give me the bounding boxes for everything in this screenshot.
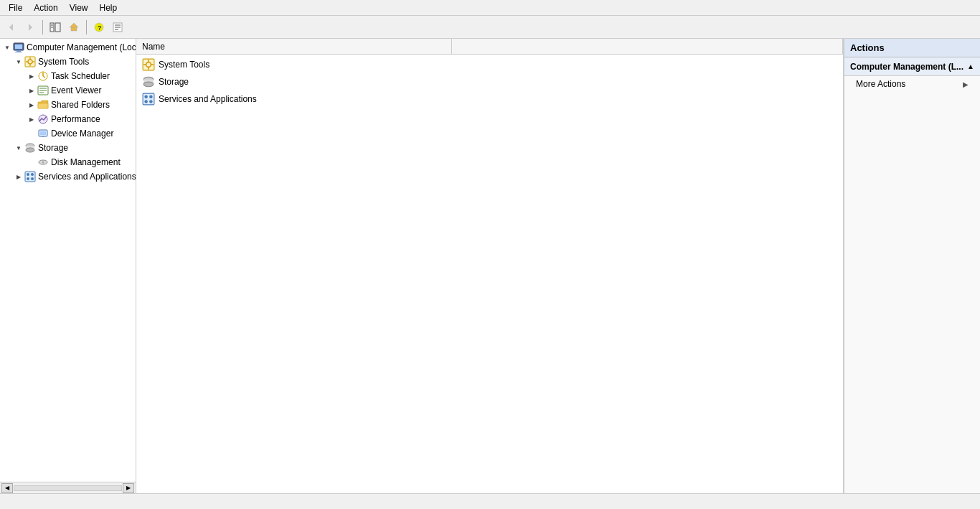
- svg-point-44: [31, 173, 34, 176]
- svg-point-58: [149, 95, 153, 98]
- list-item-services-label: Services and Applications: [159, 94, 257, 104]
- tree-expander-services[interactable]: [13, 171, 24, 182]
- properties-button[interactable]: [109, 19, 126, 36]
- col-header-name[interactable]: Name: [136, 39, 452, 54]
- tree-expander-system-tools[interactable]: [13, 56, 24, 67]
- menu-view[interactable]: View: [64, 1, 94, 14]
- svg-rect-3: [55, 23, 60, 32]
- showhide-icon: [50, 22, 61, 32]
- svg-rect-56: [143, 93, 154, 105]
- back-button[interactable]: [3, 19, 20, 36]
- menu-action[interactable]: Action: [28, 1, 63, 14]
- svg-rect-36: [42, 136, 44, 137]
- tree-storage[interactable]: Storage: [0, 141, 136, 155]
- up-icon: [69, 22, 79, 32]
- svg-rect-16: [15, 45, 22, 49]
- tree-expander-task-scheduler[interactable]: [26, 70, 37, 82]
- actions-section-title-label: Computer Management (L...: [850, 62, 963, 72]
- up-button[interactable]: [65, 19, 83, 36]
- right-panel-actions: Actions Computer Management (L... ▲ More…: [844, 39, 980, 493]
- tree-shared-folders-label: Shared Folders: [51, 100, 110, 110]
- shared-folders-icon: [37, 99, 49, 111]
- actions-panel-header: Actions: [844, 39, 980, 57]
- menu-file[interactable]: File: [3, 1, 28, 14]
- tree-system-tools-label: System Tools: [38, 57, 89, 67]
- forward-button[interactable]: [22, 19, 39, 36]
- storage-icon: [24, 142, 36, 154]
- svg-point-59: [144, 100, 148, 103]
- horizontal-scrollbar-track[interactable]: [14, 485, 122, 491]
- left-panel-tree: Computer Management (Local: [0, 39, 136, 493]
- list-item-storage[interactable]: Storage: [136, 73, 843, 90]
- list-services-icon: [142, 93, 155, 106]
- svg-marker-0: [9, 24, 13, 31]
- actions-section-computer-management[interactable]: Computer Management (L... ▲: [844, 57, 980, 76]
- performance-icon: [37, 113, 49, 125]
- tree-device-manager-label: Device Manager: [51, 129, 113, 139]
- tree-storage-label: Storage: [38, 143, 68, 153]
- svg-point-46: [31, 177, 34, 180]
- services-icon: [24, 171, 36, 182]
- main-content-list: System Tools Storage: [136, 55, 843, 493]
- tree-device-manager[interactable]: Device Manager: [0, 126, 136, 141]
- event-viewer-icon: [37, 85, 49, 96]
- tree-event-viewer[interactable]: Event Viewer: [0, 83, 136, 98]
- scroll-left-button[interactable]: ◀: [1, 483, 13, 493]
- svg-rect-6: [71, 27, 77, 31]
- tree-disk-management-label: Disk Management: [51, 157, 121, 167]
- tree-root-label: Computer Management (Local: [27, 42, 136, 52]
- list-item-system-tools[interactable]: System Tools: [136, 56, 843, 73]
- tree-services-label: Services and Applications: [38, 172, 136, 182]
- device-manager-icon: [37, 128, 49, 139]
- help-button[interactable]: ?: [90, 19, 108, 36]
- left-panel-scrollbar-area: ◀ ▶: [0, 482, 136, 493]
- showhide-console-button[interactable]: [47, 19, 64, 36]
- tree-shared-folders[interactable]: Shared Folders: [0, 98, 136, 112]
- actions-more-actions[interactable]: More Actions ▶: [844, 76, 980, 92]
- toolbar: ?: [0, 16, 980, 39]
- svg-point-60: [149, 100, 153, 103]
- forward-icon: [25, 22, 35, 32]
- svg-point-41: [42, 162, 44, 164]
- computer-management-icon: [13, 42, 24, 53]
- disk-management-icon: [37, 157, 49, 168]
- tree-expander-performance[interactable]: [26, 113, 37, 125]
- tree-performance[interactable]: Performance: [0, 112, 136, 126]
- column-headers: Name: [136, 39, 843, 55]
- svg-marker-1: [29, 24, 32, 31]
- tree-expander-event-viewer[interactable]: [26, 85, 37, 96]
- system-tools-icon: [24, 56, 36, 67]
- list-item-services-applications[interactable]: Services and Applications: [136, 90, 843, 108]
- svg-text:?: ?: [98, 24, 102, 32]
- tree-task-scheduler-label: Task Scheduler: [51, 71, 110, 81]
- task-scheduler-icon: [37, 70, 49, 82]
- toolbar-separator-2: [86, 20, 87, 34]
- svg-point-55: [143, 82, 154, 87]
- svg-point-43: [27, 173, 29, 176]
- menu-bar: File Action View Help: [0, 0, 980, 16]
- list-system-tools-icon: [142, 58, 155, 71]
- svg-rect-8: [73, 25, 75, 27]
- scroll-right-button[interactable]: ▶: [123, 483, 134, 493]
- tree-expander-root[interactable]: [1, 42, 13, 53]
- tree-root-computer-management[interactable]: Computer Management (Local: [0, 40, 136, 55]
- tree: Computer Management (Local: [0, 39, 136, 185]
- tree-services-applications[interactable]: Services and Applications: [0, 169, 136, 184]
- menu-help[interactable]: Help: [94, 1, 123, 14]
- tree-event-viewer-label: Event Viewer: [51, 85, 101, 95]
- svg-rect-42: [25, 172, 35, 182]
- col-header-desc: [452, 39, 843, 54]
- tree-expander-storage[interactable]: [13, 142, 24, 154]
- tree-expander-shared-folders[interactable]: [26, 99, 37, 111]
- tree-disk-management[interactable]: Disk Management: [0, 155, 136, 169]
- svg-rect-17: [17, 50, 21, 52]
- help-icon: ?: [94, 22, 104, 32]
- svg-rect-32: [38, 103, 48, 108]
- tree-system-tools[interactable]: System Tools: [0, 55, 136, 69]
- list-item-system-tools-label: System Tools: [159, 60, 209, 70]
- tree-task-scheduler[interactable]: Task Scheduler: [0, 69, 136, 83]
- svg-rect-35: [40, 131, 46, 135]
- svg-point-57: [144, 95, 148, 98]
- svg-rect-18: [15, 52, 22, 52]
- actions-section-collapse-icon: ▲: [967, 62, 974, 70]
